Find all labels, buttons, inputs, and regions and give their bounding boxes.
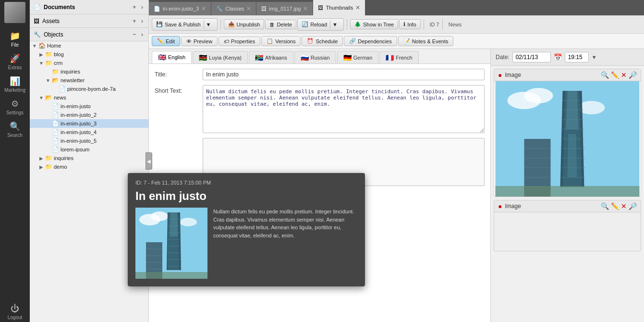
tree-icon-pimcore-byom: 📄: [59, 86, 66, 92]
tree-item-news[interactable]: ▼ 📂 news: [30, 93, 148, 102]
assets-more-btn[interactable]: ›: [140, 17, 145, 25]
image2-search-btn[interactable]: 🔍: [601, 202, 609, 210]
image2-delete-btn[interactable]: ✕: [621, 202, 627, 210]
versions-button[interactable]: 📋 Versions: [261, 36, 301, 46]
lang-tab-german[interactable]: 🇩🇪German: [337, 51, 379, 63]
tree-item-home[interactable]: ▼ 🏠 Home: [30, 41, 148, 50]
tree-item-in-enim-justo_3[interactable]: 📄 in-enim-justo_3: [30, 119, 148, 128]
tab-classes[interactable]: 🔧Classes✕: [211, 2, 256, 15]
nav-search[interactable]: 🔍 Search: [0, 117, 30, 140]
edit-label: Edit: [166, 38, 175, 44]
save-publish-button[interactable]: 💾 Save & Publish ▼: [152, 18, 218, 31]
nav-file[interactable]: 📁 File: [0, 27, 30, 50]
nav-marketing[interactable]: 📊 Marketing: [0, 72, 30, 95]
preview-label: Preview: [194, 38, 212, 44]
image1-search-btn[interactable]: 🔍: [601, 71, 609, 79]
tree-label-newsletter: newsletter: [61, 77, 85, 83]
image2-edit-btn[interactable]: ✏️: [611, 202, 619, 210]
properties-label: Properties: [231, 38, 255, 44]
show-in-tree-button[interactable]: 🌲 Show in Tree: [350, 19, 398, 29]
image2-required-icon: ●: [498, 202, 502, 210]
image1-edit-btn[interactable]: ✏️: [611, 71, 619, 79]
svg-marker-15: [566, 91, 579, 129]
tab-close-thumbnails[interactable]: ✕: [355, 4, 360, 11]
panel-collapse-arrow[interactable]: ◀: [146, 152, 152, 170]
tree-item-in-enim-justo[interactable]: 📄 in-enim-justo: [30, 102, 148, 111]
tree-icon-blog: 📁: [45, 51, 52, 58]
tree-toggle-inquiries2[interactable]: ▶: [38, 156, 44, 161]
title-input[interactable]: [203, 69, 485, 80]
right-sidebar: Date: 📅 ▼ ● Image 🔍 ✏️ ✕: [490, 49, 644, 322]
tab-close-img_0117[interactable]: ✕: [303, 5, 308, 12]
nav-settings[interactable]: ⚙ Settings: [0, 95, 30, 117]
objects-section: 🔧 Objects − ›: [30, 28, 148, 41]
lang-tab-luyia[interactable]: 🇰🇪Luyia (Kenya): [193, 51, 248, 63]
properties-button[interactable]: 🏷 Properties: [219, 37, 260, 46]
tree-item-in-enim-justo_2[interactable]: 📄 in-enim-justo_2: [30, 111, 148, 119]
tree-item-newsletter[interactable]: ▼ 📂 newsletter: [30, 76, 148, 85]
info-button[interactable]: ℹ Info: [399, 19, 420, 29]
time-dropdown[interactable]: ▼: [592, 54, 597, 60]
tree-item-in-enim-justo_4[interactable]: 📄 in-enim-justo_4: [30, 128, 148, 136]
dependencies-button[interactable]: 🔗 Dependencies: [344, 36, 397, 46]
objects-collapse-btn[interactable]: −: [131, 30, 138, 38]
edit-button[interactable]: ✏️ Edit: [152, 36, 180, 46]
image2-preview: [494, 212, 641, 251]
tree-item-blog[interactable]: ▶ 📁 blog: [30, 50, 148, 59]
assets-add-btn[interactable]: +: [131, 17, 138, 25]
tree-item-inquiries2[interactable]: ▶ 📁 inquiries: [30, 154, 148, 162]
tree-toggle-crm[interactable]: ▼: [38, 61, 44, 66]
tab-in-enim-justo_3[interactable]: 📄in-enim-justo_3✕: [149, 2, 211, 15]
delete-button[interactable]: 🗑 Delete: [265, 20, 296, 29]
tab-thumbnails[interactable]: 🖼Thumbnails✕: [313, 0, 365, 15]
image2-zoom-btn[interactable]: 🔎: [629, 202, 637, 210]
tree-icon-in-enim-justo_3: 📄: [52, 120, 59, 127]
image1-delete-btn[interactable]: ✕: [621, 71, 627, 79]
notes-events-label: Notes & Events: [412, 38, 449, 44]
reload-button[interactable]: 🔄 Reload ▼: [297, 18, 344, 31]
calendar-icon[interactable]: 📅: [554, 53, 562, 61]
notes-events-button[interactable]: 📝 Notes & Events: [398, 36, 454, 46]
reload-dropdown-arrow[interactable]: ▼: [330, 20, 340, 29]
unpublish-button[interactable]: 📤 Unpublish: [224, 19, 265, 29]
lang-tab-french[interactable]: 🇫🇷French: [379, 51, 418, 63]
lang-tab-english[interactable]: 🇬🇧English: [152, 51, 192, 63]
tree-toggle-newsletter[interactable]: ▼: [45, 78, 51, 83]
tree-toggle-news[interactable]: ▼: [38, 95, 44, 100]
tree-item-pimcore-byom[interactable]: 📄 pimcore-byom.de-7a: [30, 85, 148, 93]
tab-close-in-enim-justo_3[interactable]: ✕: [201, 5, 206, 12]
flag-german: 🇩🇪: [343, 54, 352, 62]
image1-zoom-btn[interactable]: 🔎: [629, 71, 637, 79]
tree-item-demo[interactable]: ▶ 📁 demo: [30, 162, 148, 171]
tab-close-classes[interactable]: ✕: [246, 5, 251, 12]
tree-toggle-demo[interactable]: ▶: [38, 164, 44, 170]
schedule-button[interactable]: ⏰ Schedule: [302, 36, 343, 46]
tree-icon-lorem-ipsum: 📄: [52, 146, 59, 153]
documents-more-btn[interactable]: ›: [140, 3, 145, 11]
tab-img_0117[interactable]: 🖼img_0117.jpg✕: [256, 2, 313, 15]
notes-icon: 📝: [403, 38, 410, 44]
image-block-1: ● Image 🔍 ✏️ ✕ 🔎: [494, 69, 641, 197]
objects-more-btn[interactable]: ›: [140, 30, 145, 38]
preview-button[interactable]: 👁 Preview: [181, 37, 218, 46]
nav-extras[interactable]: 🚀 Extras: [0, 50, 30, 72]
documents-add-btn[interactable]: +: [131, 3, 138, 11]
tree-item-inquiries[interactable]: 📁 inquiries: [30, 67, 148, 76]
tree-item-crm[interactable]: ▼ 📁 crm: [30, 59, 148, 67]
image1-preview: [494, 81, 641, 197]
save-dropdown-arrow[interactable]: ▼: [204, 20, 213, 29]
tree-icon-demo: 📁: [45, 163, 52, 170]
tree-item-lorem-ipsum[interactable]: 📄 lorem-ipsum: [30, 145, 148, 154]
date-input[interactable]: [512, 52, 551, 62]
lang-tab-russian[interactable]: 🇷🇺Russian: [294, 51, 336, 63]
tree-item-in-enim-justo_5[interactable]: 📄 in-enim-justo_5: [30, 136, 148, 145]
nav-logout[interactable]: ⏻ Logout: [0, 300, 30, 322]
tree-toggle-blog[interactable]: ▶: [38, 52, 44, 57]
svg-rect-44: [135, 272, 207, 279]
time-input[interactable]: [565, 52, 589, 62]
flag-afrikaans: 🇿🇦: [255, 54, 263, 62]
tree-toggle-home[interactable]: ▼: [32, 43, 37, 49]
lang-tab-afrikaans[interactable]: 🇿🇦Afrikaans: [249, 51, 293, 63]
short-text-input[interactable]: [203, 85, 485, 133]
toolbar-divider-2: [347, 19, 347, 30]
